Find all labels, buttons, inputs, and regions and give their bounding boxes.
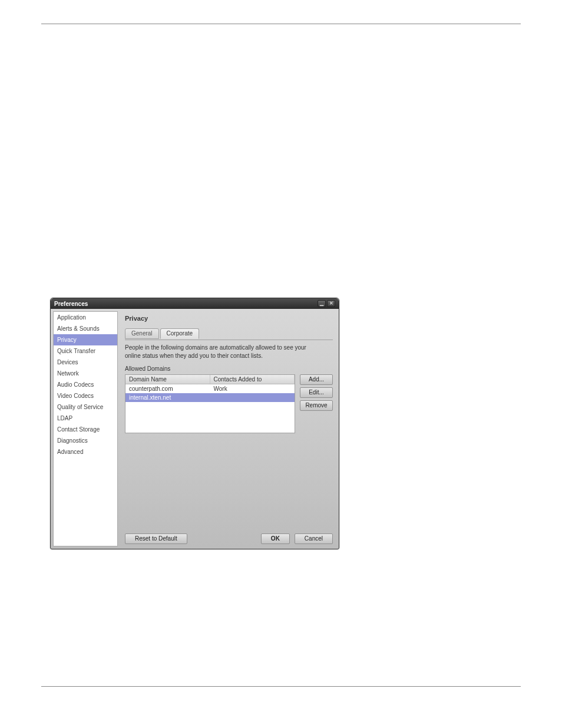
panel-title: Privacy bbox=[125, 315, 333, 322]
sidebar-item-diagnostics[interactable]: Diagnostics bbox=[54, 435, 117, 446]
add-button[interactable]: Add... bbox=[300, 374, 333, 385]
sidebar-item-video-codecs[interactable]: Video Codecs bbox=[54, 390, 117, 401]
sidebar: Application Alerts & Sounds Privacy Quic… bbox=[53, 311, 118, 546]
sidebar-item-alerts-sounds[interactable]: Alerts & Sounds bbox=[54, 323, 117, 334]
sidebar-item-quick-transfer[interactable]: Quick Transfer bbox=[54, 345, 117, 357]
column-header-added[interactable]: Contacts Added to bbox=[210, 375, 295, 384]
cell-added bbox=[210, 393, 295, 402]
close-button[interactable]: ✕ bbox=[327, 300, 335, 307]
titlebar: Preferences ▁ ✕ bbox=[51, 298, 339, 309]
table-row[interactable]: counterpath.com Work bbox=[125, 384, 295, 393]
window-title: Preferences bbox=[54, 301, 88, 307]
sidebar-item-application[interactable]: Application bbox=[54, 312, 117, 323]
sidebar-item-ldap[interactable]: LDAP bbox=[54, 413, 117, 424]
sidebar-item-advanced[interactable]: Advanced bbox=[54, 446, 117, 457]
description-text: People in the following domains are auto… bbox=[125, 344, 319, 360]
tab-general[interactable]: General bbox=[125, 328, 159, 339]
sidebar-item-quality-of-service[interactable]: Quality of Service bbox=[54, 401, 117, 413]
sidebar-item-devices[interactable]: Devices bbox=[54, 357, 117, 368]
edit-button[interactable]: Edit... bbox=[300, 387, 333, 398]
tab-row: General Corporate bbox=[125, 328, 333, 338]
content-panel: Privacy General Corporate People in the … bbox=[118, 309, 339, 549]
sidebar-item-privacy[interactable]: Privacy bbox=[54, 334, 117, 345]
reset-to-default-button[interactable]: Reset to Default bbox=[125, 533, 187, 544]
sidebar-item-audio-codecs[interactable]: Audio Codecs bbox=[54, 379, 117, 390]
cell-domain: internal.xten.net bbox=[125, 393, 210, 402]
cell-added: Work bbox=[210, 384, 295, 393]
minimize-button[interactable]: ▁ bbox=[318, 300, 326, 307]
tab-corporate[interactable]: Corporate bbox=[160, 328, 199, 339]
sidebar-item-network[interactable]: Network bbox=[54, 368, 117, 379]
column-header-domain[interactable]: Domain Name bbox=[125, 375, 210, 384]
table-row[interactable]: internal.xten.net bbox=[125, 393, 295, 402]
allowed-domains-table[interactable]: Domain Name Contacts Added to counterpat… bbox=[125, 374, 295, 433]
ok-button[interactable]: OK bbox=[261, 533, 290, 544]
remove-button[interactable]: Remove bbox=[300, 400, 333, 411]
allowed-domains-label: Allowed Domains bbox=[125, 365, 333, 372]
cancel-button[interactable]: Cancel bbox=[295, 533, 333, 544]
preferences-window: Preferences ▁ ✕ Application Alerts & Sou… bbox=[50, 298, 339, 549]
cell-domain: counterpath.com bbox=[125, 384, 210, 393]
sidebar-item-contact-storage[interactable]: Contact Storage bbox=[54, 424, 117, 435]
